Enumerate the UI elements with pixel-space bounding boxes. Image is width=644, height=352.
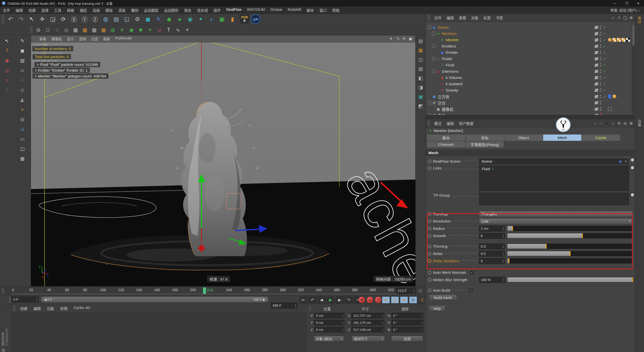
- visibility-dots[interactable]: [600, 38, 601, 42]
- palette-view-icon[interactable]: ▣: [417, 93, 424, 100]
- param-dot-icon[interactable]: [428, 271, 431, 274]
- render-settings-icon[interactable]: ⚙: [133, 14, 142, 24]
- scale-tool-icon[interactable]: ◲: [48, 14, 58, 24]
- pick-tp-group-button[interactable]: [630, 193, 635, 197]
- z-axis-lock-icon[interactable]: Ⓩ: [90, 14, 100, 24]
- keyframe-dot-icon[interactable]: [418, 289, 423, 293]
- menu-item[interactable]: 动画: [90, 8, 103, 13]
- param-dot-icon[interactable]: [428, 259, 431, 263]
- palette-corner-icon[interactable]: ◩: [417, 102, 424, 110]
- axis-mode-icon[interactable]: ⌖: [19, 106, 26, 113]
- tree-item-k Volume[interactable]: ▮k Volume✓: [426, 74, 635, 81]
- y-axis-lock-icon[interactable]: Ⓨ: [80, 14, 89, 24]
- links-box[interactable]: Fluid ≈: [479, 165, 629, 191]
- visibility-dots[interactable]: [600, 57, 601, 61]
- tree-item-k Isolated[interactable]: ●k Isolated✓: [426, 81, 635, 87]
- range-start-field[interactable]: 0 F: [12, 296, 39, 302]
- am-lock-icon[interactable]: ⊘: [616, 120, 622, 126]
- tree-item-label[interactable]: Fluid: [446, 63, 454, 67]
- tree-item-空白[interactable]: −Ø空白: [426, 100, 635, 106]
- add-primitive-icon[interactable]: ◼: [143, 14, 153, 24]
- auto-build-checkbox[interactable]: ✓: [469, 288, 473, 293]
- mesh-sphere-icon[interactable]: ◍: [109, 26, 117, 34]
- tree-item-摄像机[interactable]: ▣摄像机: [426, 106, 635, 112]
- radius-field[interactable]: 2 cm: [479, 226, 505, 232]
- expander-icon[interactable]: +: [428, 114, 431, 115]
- help-icon[interactable]: ?: [3, 47, 11, 54]
- keyframe-selection-button[interactable]: ?: [375, 296, 382, 303]
- objects-dock-tab[interactable]: 对象: [637, 16, 642, 24]
- tree-item-label[interactable]: Emitters: [442, 44, 456, 49]
- menu-item[interactable]: 运动跟踪: [141, 8, 161, 13]
- viewport-menu-item[interactable]: 面板: [101, 36, 113, 41]
- viewport-menu-item[interactable]: ProRender: [113, 36, 135, 41]
- expander-icon[interactable]: −: [432, 70, 435, 73]
- record-keyframe-button[interactable]: ✚: [358, 296, 365, 303]
- coordinate-mode-dropdown[interactable]: 对象 (相对): [314, 336, 344, 342]
- relax-iterations-slider[interactable]: [507, 258, 633, 263]
- more-icon[interactable]: ⋮: [3, 86, 11, 94]
- attribute-tab[interactable]: 坐标: [466, 135, 504, 141]
- visibility-dots[interactable]: [600, 44, 601, 48]
- psr-button[interactable]: PSR 0: [240, 14, 249, 24]
- snap-icon[interactable]: ∪: [19, 125, 26, 133]
- grid-radial-icon[interactable]: ▦: [81, 26, 89, 34]
- mesh-ball-icon[interactable]: ◉: [127, 26, 136, 34]
- menu-item[interactable]: Redshift: [285, 8, 304, 13]
- apply-button[interactable]: 应用: [391, 336, 423, 342]
- tree-item-label[interactable]: Fluids: [442, 57, 452, 61]
- visibility-dots[interactable]: [600, 51, 601, 54]
- relax-iterations-field[interactable]: 0: [479, 258, 505, 264]
- enable-check-icon[interactable]: ✓: [603, 32, 607, 36]
- material-menu-item[interactable]: 创建: [17, 306, 30, 311]
- layer-chip-icon[interactable]: [595, 51, 598, 54]
- viewport-menu-item[interactable]: 显示: [64, 36, 76, 41]
- tree-item-label[interactable]: k Volume: [446, 75, 462, 80]
- position-y-field[interactable]: 0 cm: [314, 320, 344, 325]
- realflow-mesh-icon[interactable]: ●: [175, 14, 184, 24]
- simulate-icon[interactable]: ▣: [217, 14, 227, 24]
- menu-item[interactable]: 运动图形: [161, 8, 181, 13]
- menu-item[interactable]: 角色: [181, 8, 194, 13]
- tree-item-label[interactable]: 摄像机: [442, 106, 454, 112]
- tree-item-立方体[interactable]: ◼立方体✓: [426, 93, 635, 100]
- help-button[interactable]: Help: [429, 305, 446, 312]
- rotate-tool-icon[interactable]: ⟳: [59, 14, 68, 24]
- layer-chip-icon[interactable]: [595, 82, 598, 85]
- close-button[interactable]: ✕: [632, 0, 644, 7]
- tp-group-box[interactable]: [479, 193, 629, 205]
- om-menu-item[interactable]: 文件: [432, 15, 444, 20]
- palette-table-icon[interactable]: ▦: [417, 46, 424, 54]
- toolbar-handle[interactable]: [2, 15, 4, 23]
- enable-check-icon[interactable]: ✓: [603, 38, 607, 42]
- visibility-dots[interactable]: [600, 63, 601, 67]
- layer-chip-icon[interactable]: [595, 101, 598, 104]
- om-menu-item[interactable]: 对象: [469, 15, 481, 20]
- point-level-record-toggle[interactable]: ⠿: [418, 296, 426, 303]
- workplane-lock-icon[interactable]: ▭: [19, 135, 26, 143]
- am-menu-item[interactable]: 模式: [432, 121, 444, 126]
- param-dot-icon[interactable]: [428, 278, 431, 282]
- palette-rows-icon[interactable]: ▥: [417, 65, 424, 72]
- undo-icon[interactable]: ↶: [6, 14, 15, 24]
- goto-start-button[interactable]: ⇤: [299, 296, 307, 303]
- visibility-dots[interactable]: [600, 101, 601, 105]
- viewport-scene[interactable]: ache: [31, 42, 415, 286]
- position-z-field[interactable]: 0 cm: [314, 327, 344, 332]
- material-menu-item[interactable]: 纹理: [57, 306, 70, 311]
- palette-layout-icon[interactable]: ▤: [417, 37, 424, 45]
- tag-ball-icon[interactable]: [608, 38, 612, 42]
- spline-tool-icon[interactable]: ∿: [174, 26, 182, 34]
- position-x-field[interactable]: 0 cm: [314, 313, 344, 318]
- menu-item[interactable]: 雕刻: [128, 8, 141, 13]
- rotation-record-toggle[interactable]: ⟳: [400, 296, 408, 303]
- tree-item-label[interactable]: Scene: [438, 25, 449, 30]
- om-search-icon[interactable]: ⌕: [610, 15, 616, 20]
- smooth-field[interactable]: 6: [479, 233, 505, 239]
- layer-chip-icon[interactable]: [595, 114, 598, 115]
- menu-item[interactable]: 帮助: [330, 8, 342, 13]
- rect-select-icon[interactable]: □: [44, 26, 52, 34]
- range-end-field[interactable]: 430 F: [271, 302, 297, 309]
- parameter-record-toggle[interactable]: Ⓟ: [409, 296, 417, 303]
- timeline-handle[interactable]: [2, 288, 4, 294]
